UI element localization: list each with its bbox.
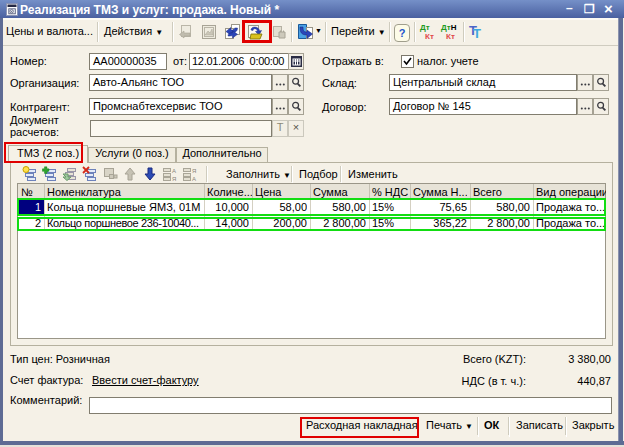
svg-text:А: А bbox=[172, 168, 176, 174]
svg-text:А: А bbox=[192, 176, 196, 182]
svg-text:Я: Я bbox=[192, 168, 196, 174]
svg-text:Я: Я bbox=[172, 176, 176, 182]
